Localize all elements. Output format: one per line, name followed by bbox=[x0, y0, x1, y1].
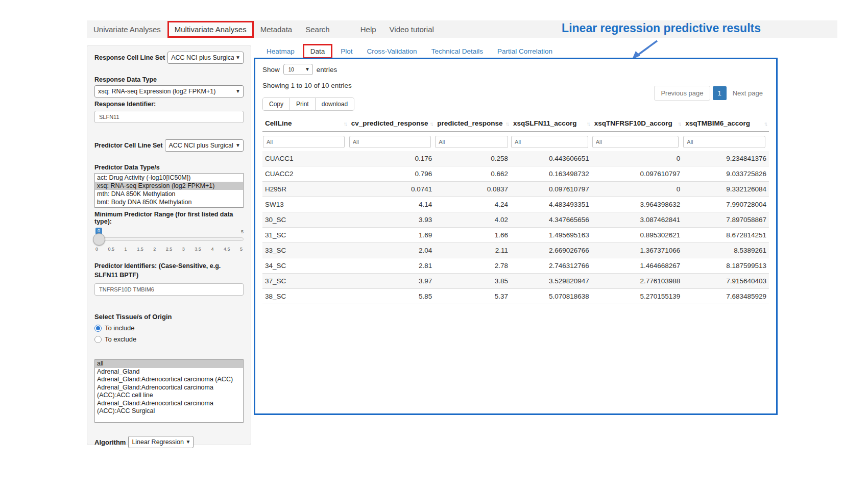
slider-tick-label: 1.5 bbox=[137, 247, 143, 252]
column-filter-input-xsqslfn11-accorg[interactable] bbox=[511, 136, 588, 148]
cell-line-cell: 38_SC bbox=[262, 289, 349, 304]
column-filter-input-cv-predicted-response[interactable] bbox=[349, 136, 431, 148]
data-type-option-xsq[interactable]: xsq: RNA-seq Expression (log2 FPKM+1) bbox=[95, 182, 243, 190]
column-header-xsqtnfrsf10d-accorg[interactable]: xsqTNFRSF10D_accorg↑↓ bbox=[592, 115, 683, 132]
sort-arrows-icon[interactable]: ↑↓ bbox=[587, 120, 589, 127]
value-cell: 7.897058867 bbox=[683, 212, 769, 228]
column-header-xsqslfn11-accorg[interactable]: xsqSLFN11_accorg↑↓ bbox=[511, 115, 592, 132]
slider-tick-label: 4.5 bbox=[224, 247, 230, 252]
response-cell-line-set-select[interactable]: ACC NCI plus Surgical bbox=[167, 52, 244, 64]
table-row: 31_SC1.691.661.4956951630.8953026218.672… bbox=[262, 228, 769, 243]
cell-line-cell: H295R bbox=[262, 182, 349, 197]
column-filter-input-predicted-response[interactable] bbox=[435, 136, 508, 148]
value-cell: 4.02 bbox=[435, 212, 511, 228]
column-filter-input-cellline[interactable] bbox=[263, 136, 345, 148]
slider-handle[interactable] bbox=[93, 233, 105, 246]
algorithm-select[interactable]: Linear Regression bbox=[128, 436, 194, 448]
tissue-option[interactable]: Adrenal_Gland:Adrenocortical carcinoma (… bbox=[95, 376, 243, 384]
algorithm-label: Algorithm bbox=[94, 438, 126, 446]
radio-icon[interactable] bbox=[94, 336, 102, 343]
radio-icon[interactable] bbox=[94, 325, 102, 332]
tab-partial-correlation[interactable]: Partial Correlation bbox=[490, 45, 560, 58]
column-header-predicted-response[interactable]: predicted_response↑↓ bbox=[435, 115, 511, 132]
column-header-label: predicted_response bbox=[437, 119, 502, 127]
nav-item-multivariate-analyses[interactable]: Multivariate Analyses bbox=[167, 21, 254, 38]
table-row: 34_SC2.812.782.7463127661.4646682678.187… bbox=[262, 258, 769, 274]
table-row: SW134.144.244.4834933513.9643986327.9907… bbox=[262, 197, 769, 212]
sort-arrows-icon[interactable]: ↑↓ bbox=[678, 120, 680, 127]
value-cell: 4.24 bbox=[435, 197, 511, 212]
value-cell: 4.483493351 bbox=[511, 197, 592, 212]
tab-cross-validation[interactable]: Cross-Validation bbox=[360, 45, 424, 58]
response-data-type-select[interactable]: xsq: RNA-seq Expression (log2 FPKM+1) bbox=[94, 85, 244, 97]
sort-arrows-icon[interactable]: ↑↓ bbox=[764, 120, 766, 127]
table-row: CUACC20.7960.6620.1634987320.0976107979.… bbox=[262, 166, 769, 182]
tissue-radio-to-exclude[interactable]: To exclude bbox=[94, 335, 244, 343]
copy-button[interactable]: Copy bbox=[263, 98, 290, 110]
slider-track[interactable] bbox=[94, 237, 244, 241]
column-filter-input-xsqtmbim6-accorg[interactable] bbox=[683, 136, 765, 148]
tissue-option[interactable]: Adrenal_Gland:Adrenocortical carcinoma (… bbox=[95, 400, 243, 416]
column-header-cv-predicted-response[interactable]: cv_predicted_response↑↓ bbox=[349, 115, 435, 132]
value-cell: 0.097610797 bbox=[511, 182, 592, 197]
nav-item-search[interactable]: Search bbox=[299, 22, 336, 37]
tissue-section-label: Select Tissue/s of Origin bbox=[94, 313, 244, 321]
column-header-content: cv_predicted_response↑↓ bbox=[351, 119, 432, 127]
nav-item-help[interactable]: Help bbox=[354, 22, 383, 37]
tab-plot[interactable]: Plot bbox=[333, 45, 359, 58]
tissue-option[interactable]: Adrenal_Gland:Adrenocortical carcinoma (… bbox=[95, 384, 243, 400]
nav-item-metadata[interactable]: Metadata bbox=[254, 22, 299, 37]
next-page-button[interactable]: Next page bbox=[728, 86, 768, 100]
response-identifier-input[interactable] bbox=[94, 111, 244, 123]
predictor-cell-line-set-select[interactable]: ACC NCI plus Surgical bbox=[165, 139, 244, 152]
column-header-content: xsqSLFN11_accorg↑↓ bbox=[513, 119, 589, 127]
value-cell: 0.443606651 bbox=[511, 151, 592, 166]
value-cell: 2.11 bbox=[435, 243, 511, 258]
min-range-slider[interactable]: 0 5 00.511.522.533.544.55 bbox=[94, 228, 244, 255]
data-type-option-act[interactable]: act: Drug Activity (-log10[IC50M]) bbox=[95, 174, 243, 182]
column-header-xsqtmbim6-accorg[interactable]: xsqTMBIM6_accorg↑↓ bbox=[683, 115, 769, 132]
tissue-radio-label: To exclude bbox=[105, 335, 136, 343]
value-cell: 8.187599513 bbox=[683, 258, 769, 274]
data-type-option-mth[interactable]: mth: DNA 850K Methylation bbox=[95, 190, 243, 198]
response-cell-line-set-row: Response Cell Line Set ACC NCI plus Surg… bbox=[94, 52, 244, 64]
tissue-radio-label: To include bbox=[105, 324, 135, 332]
value-cell: 3.93 bbox=[349, 212, 435, 228]
table-row: 30_SC3.934.024.3476656563.0874628417.897… bbox=[262, 212, 769, 228]
previous-page-button[interactable]: Previous page bbox=[654, 86, 710, 101]
response-data-type-label: Response Data Type bbox=[94, 76, 244, 83]
result-tabs: HeatmapDataPlotCross-ValidationTechnical… bbox=[259, 44, 560, 59]
predictor-identifiers-input[interactable] bbox=[94, 283, 244, 296]
column-filter-input-xsqtnfrsf10d-accorg[interactable] bbox=[592, 136, 679, 148]
nav-item-univariate-analyses[interactable]: Univariate Analyses bbox=[87, 22, 167, 37]
tab-technical-details[interactable]: Technical Details bbox=[424, 45, 490, 58]
page: Univariate AnalysesMultivariate Analyses… bbox=[0, 0, 868, 488]
tissue-option[interactable]: Adrenal_Gland bbox=[95, 368, 243, 376]
sort-arrows-icon[interactable]: ↑↓ bbox=[505, 120, 508, 127]
sort-arrows-icon[interactable]: ↑↓ bbox=[429, 120, 432, 127]
slider-tick-label: 5 bbox=[240, 247, 243, 252]
settings-sidebar: Response Cell Line Set ACC NCI plus Surg… bbox=[87, 45, 251, 445]
print-button[interactable]: Print bbox=[290, 98, 316, 110]
sort-arrows-icon[interactable]: ↑↓ bbox=[344, 120, 346, 127]
download-button[interactable]: download bbox=[316, 98, 354, 110]
tissue-option[interactable]: all bbox=[95, 360, 243, 368]
cell-line-cell: 30_SC bbox=[262, 212, 349, 228]
tissue-radio-to-include[interactable]: To include bbox=[94, 324, 244, 332]
predictor-cell-line-set-label: Predictor Cell Line Set bbox=[94, 142, 162, 149]
filter-cell-xsqtmbim6-accorg bbox=[683, 132, 769, 151]
show-entries-select[interactable]: 10 bbox=[283, 64, 313, 75]
cell-line-cell: CUACC1 bbox=[262, 151, 349, 166]
tab-heatmap[interactable]: Heatmap bbox=[259, 45, 302, 58]
value-cell: 0.0837 bbox=[435, 182, 511, 197]
page-number-button[interactable]: 1 bbox=[713, 86, 727, 100]
nav-items: Univariate AnalysesMultivariate Analyses… bbox=[87, 20, 441, 38]
column-header-cellline[interactable]: CellLine↑↓ bbox=[262, 115, 349, 132]
tab-data[interactable]: Data bbox=[303, 44, 333, 59]
show-label: Show bbox=[262, 66, 280, 74]
value-cell: 9.332126084 bbox=[683, 182, 769, 197]
value-cell: 2.776103988 bbox=[592, 274, 683, 289]
nav-item-video-tutorial[interactable]: Video tutorial bbox=[383, 22, 441, 37]
filter-cell-cv-predicted-response bbox=[349, 132, 435, 151]
data-type-option-bmt[interactable]: bmt: Body DNA 850K Methylation bbox=[95, 198, 243, 206]
